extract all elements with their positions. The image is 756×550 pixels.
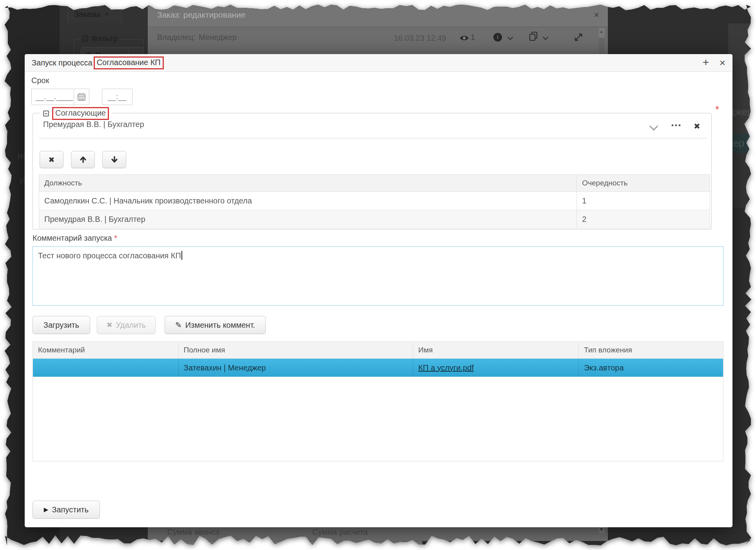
text-fragment: джер: [729, 106, 753, 118]
full-name-cell: Затевахин | Менеджер: [179, 359, 413, 377]
move-up-button[interactable]: [71, 151, 95, 168]
approvers-table-header: Должность Очередность: [39, 175, 710, 192]
ellipsis-icon[interactable]: •••: [671, 122, 682, 129]
table-row[interactable]: Премудрая В.В. | Бухгалтер 2: [39, 210, 710, 228]
arrow-up-icon: [79, 155, 87, 164]
expand-icon[interactable]: [573, 32, 584, 44]
approvers-table: Должность Очередность Самоделкин С.С. | …: [39, 174, 710, 229]
edit-comment-button[interactable]: ✎ Изменить коммент.: [165, 316, 266, 334]
close-icon[interactable]: ×: [594, 9, 599, 20]
owner-value: Менеджер: [199, 33, 237, 42]
tab-orders-label: Заказы: [74, 10, 100, 19]
start-button-label: Запустить: [52, 505, 89, 514]
order-window-header: Заказ: редактирование ×: [148, 5, 608, 27]
delete-button[interactable]: ✖ Удалить: [97, 316, 156, 334]
deadline-label: Срок: [31, 76, 49, 85]
deadline-time-input[interactable]: __:__: [102, 89, 132, 105]
chevron-down-icon[interactable]: [508, 34, 513, 40]
text-caret: [181, 251, 182, 260]
owner-label: Владелец:: [157, 33, 196, 42]
edit-comment-button-label: Изменить коммент.: [185, 321, 255, 330]
upload-button-label: Загрузить: [44, 321, 79, 330]
comment-cell: [33, 359, 179, 377]
required-asterisk: *: [715, 103, 719, 116]
file-link[interactable]: КП а услуги.pdf: [418, 363, 474, 372]
calc-sum-input[interactable]: [310, 541, 422, 550]
advance-sum-input[interactable]: [165, 541, 303, 550]
comment-value: Тест нового процесса согласования КП: [38, 251, 181, 260]
views-count: 1: [471, 33, 475, 42]
select-underline: [39, 138, 707, 138]
tab-close-icon[interactable]: ×: [105, 10, 109, 18]
required-asterisk: *: [114, 234, 117, 242]
approver-select-value[interactable]: Премудрая В.В. | Бухгалтер: [43, 120, 144, 129]
move-down-button[interactable]: [102, 151, 126, 168]
torn-edge-shadow: Заказы × Фильтр Поиск × Заказ: редактиро…: [0, 0, 756, 550]
tab-orders[interactable]: Заказы ×: [67, 5, 121, 23]
comment-textarea[interactable]: Тест нового процесса согласования КП: [33, 246, 723, 306]
delete-button-label: Удалить: [116, 321, 146, 330]
file-name-cell: КП а услуги.pdf: [413, 359, 579, 377]
screenshot-stage: Заказы × Фильтр Поиск × Заказ: редактиро…: [0, 0, 756, 550]
attachments-table: Комментарий Полное имя Имя Тип вложения …: [33, 341, 723, 461]
upload-button[interactable]: Загрузить: [33, 316, 90, 334]
time-placeholder: __:__: [108, 93, 127, 101]
column-header: Комментарий: [33, 342, 179, 358]
comment-label: Комментарий запуска *: [33, 234, 117, 243]
approvers-legend: Согласующие: [40, 107, 112, 120]
column-header: Имя: [413, 342, 579, 358]
position-cell: Премудрая В.В. | Бухгалтер: [39, 210, 577, 228]
approvers-legend-label: Согласующие: [52, 107, 109, 120]
start-process-button[interactable]: ▶ Запустить: [33, 501, 100, 519]
column-header: Очередность: [577, 175, 710, 191]
filter-legend: Фильтр: [80, 34, 120, 43]
date-placeholder: __.__.____: [36, 93, 73, 101]
timestamp: 16.03.23 12:49: [394, 34, 446, 43]
position-cell: Самоделкин С.С. | Начальник производстве…: [39, 192, 577, 210]
filter-legend-label: Фильтр: [91, 34, 118, 43]
comment-label-text: Комментарий запуска: [33, 234, 112, 242]
chevron-down-icon[interactable]: [543, 34, 548, 40]
delete-icon: ✖: [107, 321, 112, 329]
scroll-down-icon[interactable]: ▼: [599, 527, 604, 532]
collapse-icon[interactable]: [43, 111, 49, 116]
dialog-title: Запуск процесса: [32, 58, 92, 67]
app-background: Заказы × Фильтр Поиск × Заказ: редактиро…: [0, 0, 756, 550]
scroll-up-icon[interactable]: ▲: [599, 29, 604, 34]
close-icon[interactable]: ×: [720, 57, 725, 69]
calendar-button[interactable]: [74, 89, 89, 105]
calc-sum-label: Сумма расчета: [312, 528, 368, 537]
table-row[interactable]: Самоделкин С.С. | Начальник производстве…: [39, 192, 710, 210]
advance-sum-label: Сумма аванса: [167, 528, 219, 537]
collapse-icon[interactable]: [82, 36, 88, 42]
info-icon[interactable]: i: [493, 33, 502, 42]
calendar-icon: [77, 92, 86, 102]
order-cell: 2: [577, 210, 710, 228]
table-row-selected[interactable]: Затевахин | Менеджер КП а услуги.pdf Экз…: [33, 359, 723, 377]
add-icon[interactable]: +: [703, 56, 709, 68]
column-header: Должность: [39, 175, 577, 191]
attachments-table-header: Комментарий Полное имя Имя Тип вложения: [33, 342, 723, 359]
dialog-header: Запуск процесса Согласование КП + ×: [25, 54, 732, 72]
eye-icon[interactable]: [459, 34, 469, 43]
attachment-type-cell: Экз.автора: [579, 359, 723, 377]
process-start-dialog: Запуск процесса Согласование КП + × Срок…: [25, 54, 732, 527]
order-cell: 1: [577, 192, 710, 210]
deadline-date-input[interactable]: __.__.____: [31, 89, 89, 105]
dialog-title-highlight: Согласование КП: [94, 56, 164, 69]
remove-icon: ✖: [49, 155, 55, 164]
order-window-title: Заказ: редактирование: [157, 10, 245, 20]
column-header: Тип вложения: [579, 342, 723, 358]
edit-icon: ✎: [175, 320, 182, 330]
clear-selection-icon[interactable]: ✖: [694, 122, 700, 131]
arrow-down-icon: [110, 155, 119, 164]
column-header: Полное имя: [179, 342, 413, 358]
play-icon: ▶: [44, 506, 49, 513]
copy-icon[interactable]: [529, 31, 540, 44]
remove-approver-button[interactable]: ✖: [40, 151, 63, 168]
